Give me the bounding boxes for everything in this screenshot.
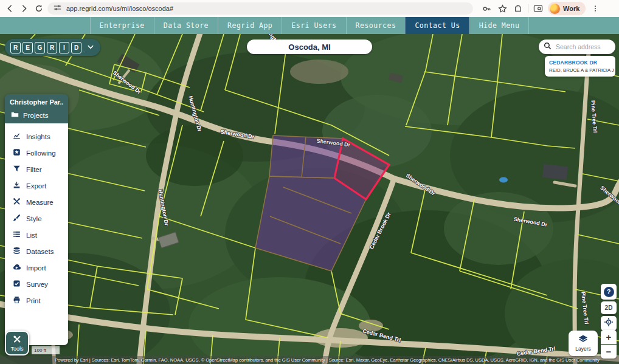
logo-trademark-dot: .	[83, 48, 85, 53]
map-scale: 100 ft	[32, 346, 60, 354]
tools-icon	[12, 334, 22, 345]
sidebar-item-insights[interactable]: Insights	[5, 128, 68, 145]
folder-icon	[11, 111, 19, 120]
tab-search-icon[interactable]	[532, 2, 544, 15]
help-button[interactable]: ?	[601, 284, 617, 300]
sidebar-item-label: Print	[26, 297, 41, 304]
sidebar-item-filter[interactable]: Filter	[5, 161, 68, 177]
profile-name: Work	[563, 5, 579, 12]
zoom-out-button[interactable]: −	[601, 345, 617, 359]
sidebar-item-measure[interactable]: Measure	[5, 194, 68, 210]
sidebar-header: Christopher Par... Projects	[5, 94, 68, 123]
sidebar-menu: Insights Following Filter Export Measure	[5, 123, 68, 345]
logo-letter: D	[71, 42, 81, 53]
question-icon: ?	[604, 287, 614, 297]
measure-tools-icon	[13, 197, 21, 207]
site-settings-icon[interactable]	[54, 3, 61, 14]
url-text[interactable]: app.regrid.com/us/mi/iosco/oscoda#	[66, 5, 173, 12]
locate-button[interactable]	[601, 316, 617, 331]
map-mode-2d-button[interactable]: 2D	[601, 301, 617, 314]
forward-icon[interactable]	[18, 2, 30, 15]
bookmark-star-icon	[13, 148, 21, 157]
sidebar-item-style[interactable]: Style	[5, 210, 68, 227]
place-title-pill[interactable]: Oscoda, MI	[247, 39, 372, 54]
sidebar-item-label: Export	[26, 182, 46, 190]
logo-letter: R	[10, 42, 21, 53]
nav-item-resources[interactable]: Resources	[346, 17, 406, 34]
nav-item-enterprise[interactable]: Enterprise	[90, 17, 154, 34]
sidebar-item-print[interactable]: Print	[5, 292, 68, 309]
chevron-down-icon[interactable]	[87, 42, 94, 53]
map-canvas[interactable]: Sherwood Dr Huntington Dr Sherwood Dr Sh…	[0, 34, 619, 364]
regrid-logo[interactable]: R E G R I D .	[5, 39, 100, 56]
logo-letter: R	[47, 42, 57, 53]
browser-profile-chip[interactable]: Work	[548, 2, 586, 15]
sidebar-item-label: Filter	[26, 166, 42, 173]
sidebar-item-datasets[interactable]: Datasets	[5, 243, 68, 259]
sidebar-item-label: Datasets	[26, 248, 54, 255]
profile-avatar	[550, 4, 560, 14]
sidebar-item-label: Style	[26, 215, 42, 222]
cloud-upload-icon	[13, 263, 21, 272]
list-icon	[13, 230, 21, 239]
sidebar-item-import[interactable]: Import	[5, 259, 68, 276]
logo-letter: I	[59, 42, 69, 53]
top-nav-bar: Enterprise Data Store Regrid App Esri Us…	[0, 17, 619, 34]
swimming-pool	[499, 177, 508, 183]
sidebar-item-label: Measure	[26, 199, 54, 206]
nav-item-hide-menu[interactable]: Hide Menu	[469, 17, 530, 34]
tools-button[interactable]: Tools	[5, 331, 29, 355]
map-attribution: Powered by Esri | Sources: Esri, TomTom,…	[0, 356, 619, 364]
search-icon	[544, 41, 552, 52]
nav-item-contact-us[interactable]: Contact Us	[405, 17, 469, 34]
sidebar-item-survey[interactable]: Survey	[5, 276, 68, 292]
toolbar-divider	[528, 4, 528, 13]
sidebar-item-projects[interactable]: Projects	[10, 111, 63, 120]
funnel-icon	[13, 165, 21, 174]
logo-letter: G	[35, 42, 45, 53]
locate-icon	[604, 317, 614, 329]
url-bar[interactable]: app.regrid.com/us/mi/iosco/oscoda#	[47, 2, 473, 15]
sidebar-item-label: List	[26, 232, 37, 239]
result-street: CEDARBROOK DR	[549, 60, 611, 66]
extensions-icon[interactable]	[512, 2, 524, 15]
zoom-in-button[interactable]: +	[601, 330, 617, 344]
layers-label: Layers	[575, 346, 591, 352]
download-icon	[13, 181, 21, 190]
regrid-app-window: app.regrid.com/us/mi/iosco/oscoda# Work	[0, 0, 619, 364]
nav-item-regrid-app[interactable]: Regrid App	[218, 17, 282, 34]
password-key-icon[interactable]	[480, 2, 493, 15]
search-result-card[interactable]: CEDARBROOK DR REID, BRUCE A & PATRICIA J	[545, 56, 615, 77]
layers-icon	[578, 335, 589, 345]
browser-menu-icon[interactable]	[589, 2, 601, 15]
chart-line-icon	[13, 132, 21, 141]
sidebar-item-following[interactable]: Following	[5, 145, 68, 161]
sidebar-item-label: Insights	[26, 133, 50, 140]
printer-icon	[13, 296, 21, 305]
tools-label: Tools	[10, 346, 23, 352]
browser-toolbar: app.regrid.com/us/mi/iosco/oscoda# Work	[0, 0, 619, 17]
reload-icon[interactable]	[33, 2, 45, 15]
browser-actions: Work	[480, 2, 601, 15]
sidebar-item-label: Following	[26, 149, 56, 157]
paintbrush-icon	[13, 214, 21, 223]
sidebar-item-label: Survey	[26, 281, 48, 288]
nav-item-data-store[interactable]: Data Store	[154, 17, 218, 34]
satellite-map[interactable]: Sherwood Dr Huntington Dr Sherwood Dr Sh…	[0, 34, 619, 364]
left-sidebar: Christopher Par... Projects Insights Fol…	[5, 94, 68, 345]
checkbox-icon	[13, 280, 21, 289]
nav-item-esri-users[interactable]: Esri Users	[282, 17, 345, 34]
user-name[interactable]: Christopher Par...	[10, 98, 63, 106]
sidebar-item-list[interactable]: List	[5, 227, 68, 243]
search-input[interactable]	[555, 43, 610, 51]
layers-button[interactable]: Layers	[569, 331, 598, 356]
sidebar-item-label: Projects	[23, 112, 49, 119]
bookmark-star-icon[interactable]	[496, 2, 508, 15]
back-icon[interactable]	[4, 2, 16, 15]
sidebar-item-label: Import	[26, 264, 46, 272]
sidebar-item-export[interactable]: Export	[5, 177, 68, 194]
search-box[interactable]	[539, 39, 615, 54]
database-icon	[13, 247, 21, 256]
result-owner: REID, BRUCE A & PATRICIA J	[549, 67, 611, 73]
logo-letter: E	[22, 42, 33, 53]
